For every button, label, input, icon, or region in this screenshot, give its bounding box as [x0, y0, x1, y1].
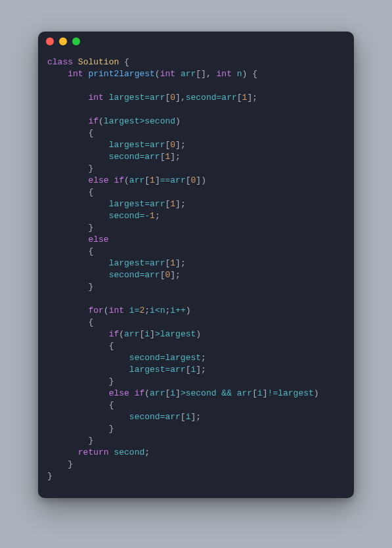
close-icon[interactable]: [46, 37, 54, 45]
minimize-icon[interactable]: [59, 37, 67, 45]
cls-name: Solution: [78, 57, 119, 67]
code-window: class Solution { int print2largest(int a…: [38, 32, 354, 498]
kw-class: class: [47, 57, 73, 67]
window-titlebar: [38, 32, 354, 51]
fn-name: print2largest: [88, 69, 154, 79]
maximize-icon[interactable]: [72, 37, 80, 45]
code-block: class Solution { int print2largest(int a…: [38, 51, 354, 498]
